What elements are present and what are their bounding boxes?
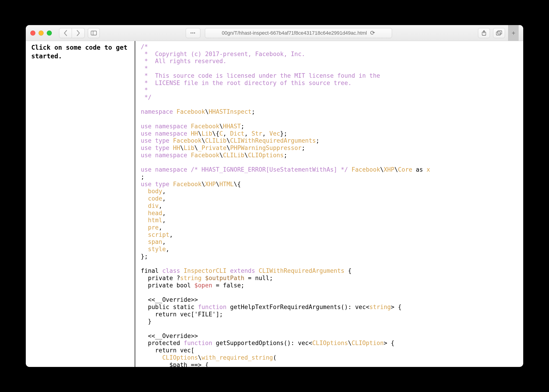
imp-body: body	[148, 188, 162, 195]
fn-gethelp: getHelpTextForRequiredArguments(): vec<	[227, 304, 369, 310]
traffic-lights	[30, 31, 52, 35]
ns-html: HTML	[219, 181, 234, 188]
comment-line: * This source code is licensed under the…	[141, 72, 380, 79]
kw-as: as	[412, 166, 427, 173]
kw-public-static: public static	[141, 304, 198, 310]
return-vec: return vec[	[141, 347, 195, 354]
ns-c: C	[219, 130, 223, 137]
tp-cliwra: CLIWithRequiredArguments	[230, 137, 316, 144]
nav-buttons	[59, 28, 85, 38]
imp-pre: pre	[148, 224, 159, 231]
ns-private: _Private	[198, 145, 226, 151]
attr-override: <<__Override>>	[141, 296, 198, 303]
eq-null: = null;	[244, 275, 273, 281]
new-tab-button[interactable]: +	[508, 25, 519, 41]
ns-str: Str	[252, 130, 262, 137]
imp-span: span	[148, 238, 162, 245]
gt-brace: > {	[391, 304, 402, 310]
ns-facebook: Facebook	[191, 152, 219, 159]
ns-core: Core	[398, 166, 412, 173]
maximize-icon[interactable]	[47, 31, 52, 35]
kw-protected: protected	[141, 340, 184, 346]
kw-use-namespace: use namespace	[141, 152, 191, 159]
ns-facebook: Facebook	[177, 108, 205, 115]
ns-facebook: Facebook	[173, 137, 202, 144]
alias-x: x	[426, 166, 430, 173]
back-button[interactable]	[59, 28, 72, 38]
close-brace: }	[141, 318, 152, 325]
ns-clilib: CLILib	[205, 137, 227, 144]
ns-clilib: CLILib	[223, 152, 244, 159]
type-clioption: CLIOption	[352, 340, 384, 346]
type-string: string	[369, 304, 391, 310]
tp-phpws: PHPWarningSuppressor	[230, 145, 301, 151]
imp-html: html	[148, 217, 162, 224]
reader-button[interactable]: •••	[186, 28, 200, 38]
imp-script: script	[148, 231, 169, 238]
reload-icon[interactable]: ⟳	[370, 29, 375, 36]
ns-hh: HH	[191, 130, 198, 137]
ns-lib: Lib	[202, 130, 212, 137]
kw-final: final	[141, 267, 162, 274]
kw-namespace: namespace	[141, 108, 177, 115]
fn-getsupported: getSupportedOptions(): vec<	[212, 340, 312, 346]
kw-use-namespace: use namespace	[141, 130, 191, 137]
kw-class: class	[162, 267, 184, 274]
minimize-icon[interactable]	[39, 31, 43, 35]
ns-hhast: HHAST	[223, 123, 241, 130]
kw-use-namespace: use namespace	[141, 123, 191, 130]
content-area: Click on some code to get started. /* * …	[26, 41, 523, 367]
svg-rect-0	[91, 31, 96, 35]
kw-use-type: use type	[141, 137, 173, 144]
comment-line: *	[141, 87, 148, 93]
comment-line: */	[141, 94, 152, 101]
tabs-button[interactable]	[493, 28, 505, 38]
comment-line: * Copyright (c) 2017-present, Facebook, …	[141, 51, 305, 57]
url-bar[interactable]: 00gn/T/hhast-inspect-667b4af71f8ce431718…	[205, 28, 392, 38]
comment-line: /*	[141, 43, 148, 50]
ns-lib: Lib	[184, 145, 195, 151]
eq-false: = false;	[212, 282, 244, 289]
imp-style: style	[148, 246, 166, 252]
ns-facebook: Facebook	[173, 181, 202, 188]
fn-with-required-string: with_required_string	[202, 354, 273, 361]
comment-line: * LICENSE file in the root directory of …	[141, 80, 352, 86]
ns-facebook: Facebook	[352, 166, 380, 173]
ns-facebook: Facebook	[191, 123, 219, 130]
ns-clioptions: CLIOptions	[312, 340, 348, 346]
lambda-path: $path ==> {	[141, 361, 209, 367]
ns-hh: HH	[173, 145, 180, 151]
gt-brace: > {	[383, 340, 394, 346]
close-icon[interactable]	[30, 31, 35, 35]
sidebar-hint: Click on some code to get started.	[26, 41, 135, 367]
ignore-comment: /* HHAST_IGNORE_ERROR[UseStatementWithAs…	[191, 166, 348, 173]
ns-xhp: XHP	[383, 166, 394, 173]
right-button-group	[478, 28, 505, 38]
kw-function: function	[198, 304, 226, 310]
svg-rect-3	[496, 32, 500, 35]
sidebar-toggle-button[interactable]	[88, 28, 100, 38]
imp-head: head	[148, 210, 162, 217]
titlebar: ••• 00gn/T/hhast-inspect-667b4af71f8ce43…	[26, 25, 523, 41]
var-outputpath: $outputPath	[202, 275, 244, 281]
ns-xhp: XHP	[205, 181, 216, 188]
imp-code: code	[148, 195, 162, 202]
return-file: return vec['FILE'];	[141, 311, 223, 318]
class-inspectorcli: InspectorCLI	[184, 267, 227, 274]
comment-line: * All rights reserved.	[141, 58, 227, 64]
ns-hhastinspect: HHASTInspect	[209, 108, 252, 115]
kw-use-namespace: use namespace	[141, 166, 191, 173]
share-button[interactable]	[478, 28, 490, 38]
svg-rect-4	[498, 31, 502, 34]
kw-use-type: use type	[141, 145, 173, 151]
forward-button[interactable]	[72, 28, 85, 38]
imp-div: div	[148, 202, 159, 209]
browser-window: ••• 00gn/T/hhast-inspect-667b4af71f8ce43…	[26, 25, 523, 367]
class-cliwra: CLIWithRequiredArguments	[259, 267, 345, 274]
kw-function: function	[184, 340, 212, 346]
code-pane[interactable]: /* * Copyright (c) 2017-present, Faceboo…	[135, 41, 523, 367]
kw-use-type: use type	[141, 181, 173, 188]
url-text: 00gn/T/hhast-inspect-667b4af71f8ce431718…	[222, 30, 367, 36]
attr-override: <<__Override>>	[141, 333, 198, 339]
ns-clioptions: CLIOptions	[248, 152, 284, 159]
